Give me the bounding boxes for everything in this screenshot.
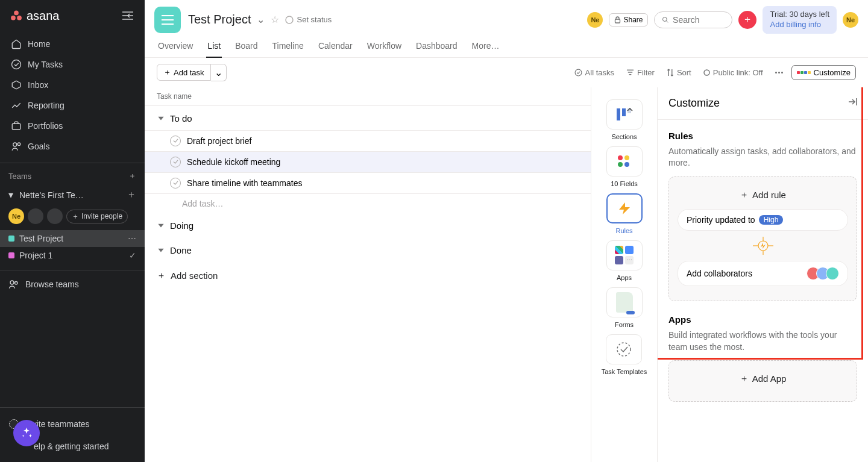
tab-more[interactable]: More… <box>471 37 501 57</box>
user-avatar[interactable]: Ne <box>843 12 858 28</box>
collapse-sidebar-icon[interactable] <box>121 8 135 23</box>
list-header-task-name: Task name <box>145 87 591 106</box>
apps-description: Build integrated workflows with the tool… <box>668 329 857 353</box>
complete-check-icon[interactable] <box>170 157 181 167</box>
task-row[interactable]: Share timeline with teammates <box>145 172 591 194</box>
add-section-button[interactable]: ＋Add section <box>145 263 591 289</box>
invite-people-button[interactable]: ＋Invite people <box>66 210 128 223</box>
task-row[interactable]: Draft project brief <box>145 130 591 152</box>
trial-banner[interactable]: Trial: 30 days left Add billing info <box>763 6 837 34</box>
svg-marker-26 <box>158 224 163 228</box>
svg-point-1 <box>11 16 16 20</box>
svg-rect-28 <box>617 108 620 120</box>
sort-button[interactable]: Sort <box>663 66 695 80</box>
complete-check-icon[interactable] <box>170 136 181 146</box>
nav-portfolios[interactable]: Portfolios <box>5 116 140 136</box>
section-todo[interactable]: To do <box>145 106 591 131</box>
strip-fields[interactable]: 10 Fields <box>606 146 643 187</box>
svg-point-10 <box>10 281 14 284</box>
logo[interactable]: asana <box>10 9 60 23</box>
team-row[interactable]: ▾ Nette's First Te… ＋ <box>0 185 145 205</box>
panel-title: Customize <box>668 97 720 110</box>
star-icon[interactable]: ☆ <box>271 14 279 25</box>
svg-point-16 <box>286 16 293 23</box>
project-title: Test Project <box>188 13 251 27</box>
assist-fab[interactable] <box>13 420 40 446</box>
add-task-button[interactable]: ＋Add task <box>157 64 211 81</box>
customize-button[interactable]: Customize <box>791 65 856 80</box>
tab-workflow[interactable]: Workflow <box>366 37 403 57</box>
more-actions-icon[interactable] <box>772 69 787 76</box>
project-project-1[interactable]: Project 1 ✓ <box>0 247 145 264</box>
project-tabs: Overview List Board Timeline Calendar Wo… <box>145 34 868 58</box>
strip-sections[interactable]: Sections <box>606 99 643 140</box>
svg-rect-29 <box>622 108 626 116</box>
search-input[interactable] <box>654 11 732 28</box>
add-app-button[interactable]: ＋Add App <box>678 369 848 393</box>
section-doing[interactable]: Doing <box>145 213 591 238</box>
complete-check-icon[interactable] <box>170 178 181 189</box>
teams-header: Teams <box>8 172 31 181</box>
svg-point-8 <box>13 143 17 146</box>
add-billing-link[interactable]: Add billing info <box>770 20 829 30</box>
customize-icon <box>797 71 811 74</box>
team-add-button[interactable]: ＋ <box>127 189 136 201</box>
public-link-button[interactable]: Public link: Off <box>700 66 767 80</box>
nav-home[interactable]: Home <box>5 34 140 54</box>
task-row[interactable]: Schedule kickoff meeting <box>145 151 591 173</box>
project-color-icon <box>8 236 14 242</box>
chevron-down-icon: ▾ <box>8 189 14 201</box>
strip-task-templates[interactable]: Task Templates <box>602 334 647 376</box>
rules-description: Automatically assign tasks, add collabor… <box>668 146 857 169</box>
create-button[interactable]: ＋ <box>738 11 756 29</box>
svg-marker-31 <box>619 202 630 214</box>
project-menu-icon[interactable]: ⋯ <box>128 234 136 243</box>
add-team-button[interactable]: ＋ <box>128 170 136 181</box>
add-app-area[interactable]: ＋Add App <box>668 360 857 402</box>
filter-button[interactable]: Filter <box>623 66 658 80</box>
team-name: Nette's First Te… <box>19 190 84 200</box>
search-icon <box>662 16 669 24</box>
set-status-button[interactable]: Set status <box>285 15 332 24</box>
tab-calendar[interactable]: Calendar <box>317 37 354 57</box>
nav-reporting[interactable]: Reporting <box>5 95 140 116</box>
member-avatar[interactable]: Ne <box>587 12 603 28</box>
customize-panel: Customize Rules Automatically assign tas… <box>657 87 868 462</box>
svg-point-2 <box>17 16 22 20</box>
svg-point-6 <box>12 60 21 69</box>
project-dropdown-icon[interactable]: ⌄ <box>257 14 265 25</box>
strip-rules[interactable]: Rules <box>606 193 643 234</box>
avatar-empty <box>28 208 43 224</box>
customize-strip: Sections 10 Fields Rules ⋯ Apps Forms Ta… <box>591 87 657 462</box>
browse-teams[interactable]: Browse teams <box>0 270 145 298</box>
close-panel-icon[interactable] <box>848 98 857 108</box>
avatar: Ne <box>8 208 24 224</box>
svg-point-0 <box>14 11 19 16</box>
share-button[interactable]: Share <box>609 13 648 27</box>
priority-high-pill: High <box>759 215 784 225</box>
add-task-inline[interactable]: Add task… <box>145 194 591 213</box>
strip-apps[interactable]: ⋯ Apps <box>606 240 643 281</box>
collaborator-avatars <box>810 267 839 280</box>
task-list: Task name To do Draft project brief Sche… <box>145 87 591 462</box>
section-done[interactable]: Done <box>145 238 591 263</box>
svg-rect-7 <box>12 123 20 130</box>
tab-timeline[interactable]: Timeline <box>271 37 305 57</box>
svg-point-32 <box>617 343 631 356</box>
nav-inbox[interactable]: Inbox <box>5 75 140 95</box>
add-rule-button[interactable]: ＋Add rule <box>678 186 848 209</box>
add-rule-area[interactable]: ＋Add rule Priority updated to High Add c… <box>668 176 857 301</box>
nav-goals[interactable]: Goals <box>5 136 140 157</box>
nav-my-tasks[interactable]: My Tasks <box>5 54 140 75</box>
svg-marker-25 <box>158 117 163 120</box>
check-icon: ✓ <box>129 251 136 260</box>
svg-point-11 <box>15 282 18 285</box>
project-test-project[interactable]: Test Project ⋯ <box>0 230 145 247</box>
tab-board[interactable]: Board <box>234 37 259 57</box>
strip-forms[interactable]: Forms <box>606 287 643 328</box>
tab-dashboard[interactable]: Dashboard <box>415 37 459 57</box>
tab-overview[interactable]: Overview <box>157 37 194 57</box>
add-task-dropdown[interactable]: ⌄ <box>211 64 227 81</box>
all-tasks-button[interactable]: All tasks <box>571 66 618 80</box>
tab-list[interactable]: List <box>206 37 222 58</box>
